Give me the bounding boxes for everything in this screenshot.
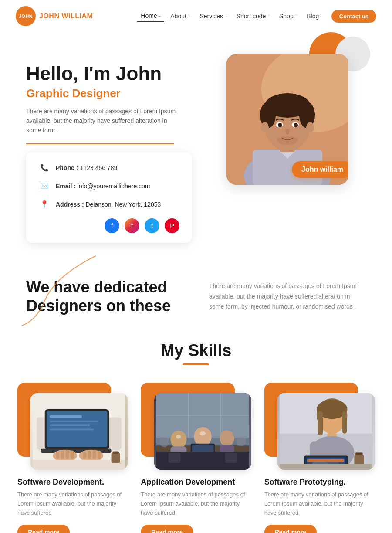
svg-rect-86	[280, 464, 372, 470]
phone-icon: 📞	[38, 162, 51, 174]
instagram-icon[interactable]: ☨	[125, 218, 139, 233]
nav-shop[interactable]: Shop –	[276, 11, 301, 21]
svg-point-56	[200, 431, 206, 435]
profile-card: John william	[226, 54, 348, 185]
skill-card-3: Software Prototyping. There are many var…	[264, 383, 375, 533]
skill-image-2	[141, 383, 251, 470]
skill-photo-1	[30, 393, 128, 470]
svg-rect-34	[88, 451, 91, 459]
svg-rect-32	[71, 451, 74, 459]
profile-name-badge: John william	[292, 161, 348, 178]
skill-desc-1: There are many variations of passages of…	[17, 490, 128, 517]
skills-section: My Skills	[0, 333, 392, 533]
svg-rect-38	[112, 453, 120, 463]
contact-card: 📞 Phone : +123 456 789 ✉️ Email : info@y…	[26, 152, 192, 243]
read-more-button-3[interactable]: Read more	[264, 525, 317, 533]
skill-name-3: Software Prototyping.	[264, 478, 375, 487]
address-label: Address :	[56, 201, 84, 208]
dedicated-left: We have dedicated Designers on these	[26, 278, 183, 315]
skill-card-1: Software Development. There are many var…	[17, 383, 128, 533]
read-more-button-1[interactable]: Read more	[17, 525, 70, 533]
skill-desc-3: There are many variations of passages of…	[264, 490, 375, 517]
hero-divider	[26, 143, 174, 144]
svg-point-17	[277, 136, 298, 145]
svg-point-58	[236, 435, 246, 446]
svg-rect-24	[50, 424, 90, 426]
pinterest-icon[interactable]: P	[165, 218, 179, 233]
hero-image-area: John william	[218, 45, 357, 185]
svg-point-13	[294, 123, 298, 127]
svg-rect-29	[56, 452, 59, 459]
hero-right: John william	[205, 50, 370, 185]
svg-rect-61	[225, 453, 237, 463]
skill-desc-2: There are many variations of passages of…	[141, 490, 251, 517]
home-arrow-icon: –	[159, 14, 161, 18]
email-item: ✉️ Email : info@youremailidhere.com	[38, 180, 179, 192]
skills-title: My Skills	[17, 341, 375, 360]
nav-services[interactable]: Services –	[196, 11, 230, 21]
read-more-button-2[interactable]: Read more	[141, 525, 193, 533]
skills-underline	[183, 363, 209, 365]
svg-rect-30	[61, 451, 64, 459]
skill-photo-2	[154, 393, 251, 470]
svg-rect-25	[50, 429, 94, 431]
dedicated-description: There are many variations of passages of…	[209, 281, 366, 312]
nav-blog[interactable]: Blog –	[303, 11, 326, 21]
logo-circle: JOHN	[16, 6, 36, 26]
hero-left: Hello, I'm John Graphic Designer There a…	[26, 50, 205, 243]
skill-image-1	[17, 383, 128, 470]
svg-rect-33	[83, 452, 86, 459]
nav-home[interactable]: Home –	[137, 10, 164, 22]
email-value: info@youremailidhere.com	[78, 183, 150, 190]
svg-rect-68	[342, 411, 347, 434]
svg-rect-36	[98, 451, 101, 459]
skill-img-card-3	[277, 393, 375, 470]
svg-point-15	[261, 122, 269, 132]
svg-rect-80	[307, 459, 344, 462]
contact-button[interactable]: Contact us	[331, 10, 376, 23]
facebook-icon[interactable]: f	[105, 218, 119, 233]
skills-grid: Software Development. There are many var…	[17, 383, 375, 533]
svg-rect-67	[318, 411, 323, 436]
svg-point-47	[170, 431, 186, 448]
svg-rect-39	[113, 452, 119, 454]
services-arrow-icon: –	[224, 14, 227, 19]
shortcode-arrow-icon: –	[267, 14, 270, 19]
svg-point-55	[176, 435, 181, 439]
nav-links: Home – About – Services – Short code – S…	[137, 10, 376, 23]
svg-rect-23	[50, 421, 98, 422]
social-icons: f ☨ t P	[38, 218, 179, 233]
phone-value: +123 456 789	[80, 164, 117, 171]
email-label: Email :	[56, 183, 76, 190]
svg-rect-31	[66, 450, 69, 459]
skill-name-2: Application Development	[141, 478, 251, 487]
address-icon: 📍	[38, 198, 51, 210]
svg-rect-60	[168, 453, 180, 463]
logo[interactable]: JOHN JOHN WILLIAM	[16, 6, 93, 26]
skill-name-1: Software Development.	[17, 478, 128, 487]
svg-point-85	[355, 452, 363, 454]
about-arrow-icon: –	[188, 14, 190, 19]
shop-arrow-icon: –	[295, 14, 297, 19]
skill-img-card-1	[30, 393, 128, 470]
hero-greeting: Hello, I'm John	[26, 63, 205, 85]
svg-point-57	[159, 436, 169, 447]
hero-section: Hello, I'm John Graphic Designer There a…	[0, 32, 392, 251]
address-value: Delanson, New York, 12053	[85, 201, 161, 208]
blog-arrow-icon: –	[320, 14, 323, 19]
dedicated-right: There are many variations of passages of…	[209, 278, 366, 312]
phone-item: 📞 Phone : +123 456 789	[38, 162, 179, 174]
nav-about[interactable]: About –	[167, 11, 193, 21]
skill-card-2: Application Development There are many v…	[141, 383, 251, 533]
twitter-icon[interactable]: t	[145, 218, 159, 233]
skill-image-3	[264, 383, 375, 470]
svg-point-14	[285, 129, 290, 135]
logo-text: JOHN WILLIAM	[39, 12, 93, 20]
svg-point-51	[220, 430, 234, 446]
email-icon: ✉️	[38, 180, 51, 192]
skill-photo-3	[277, 393, 375, 470]
hero-description: There are many variations of passages of…	[26, 106, 183, 136]
svg-point-12	[278, 123, 282, 127]
nav-shortcode[interactable]: Short code –	[233, 11, 273, 21]
navbar: JOHN JOHN WILLIAM Home – About – Service…	[0, 0, 392, 32]
